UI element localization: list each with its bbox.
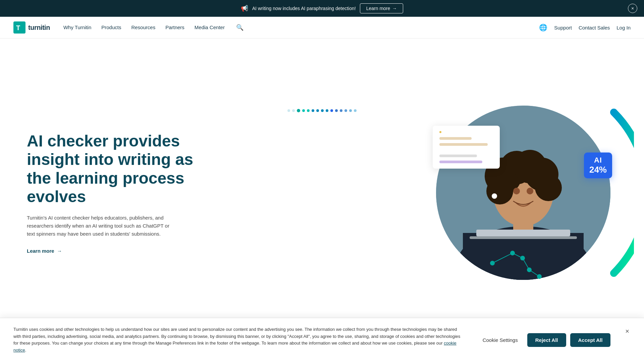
close-icon: × [625,327,629,335]
close-icon: × [631,6,634,11]
hero-title: AI checker provides insight into writing… [27,132,221,206]
nav-why-turnitin[interactable]: Why Turnitin [63,24,91,30]
nav-right: 🌐 Support Contact Sales Log In [539,23,631,32]
hero-learn-more-label: Learn more [27,248,54,254]
navbar: T turnitin Why Turnitin Products Resourc… [0,17,644,39]
banner-learn-more-button[interactable]: Learn more → [360,3,404,13]
hero-section: AI checker provides insight into writing… [0,39,644,347]
turnitin-logo-icon: T [13,21,25,34]
svg-line-26 [529,270,539,277]
arrow-right-icon: → [57,248,62,254]
hero-visual: AI 24% [258,39,644,347]
nav-media-center[interactable]: Media Center [195,24,225,30]
nav-support[interactable]: Support [554,25,572,31]
doc-line [439,143,488,146]
ai-badge-percent: 24% [589,165,607,175]
svg-line-25 [523,258,529,270]
accept-all-button[interactable]: Accept All [570,333,611,347]
search-icon: 🔍 [236,24,244,31]
logo-link[interactable]: T turnitin [13,21,50,34]
nav-products[interactable]: Products [101,24,121,30]
ai-badge-label: AI [589,156,607,165]
banner-text: AI writing now includes AI paraphrasing … [252,6,356,11]
banner-close-button[interactable]: × [628,4,637,13]
nav-contact-sales[interactable]: Contact Sales [579,25,610,31]
cookie-settings-button[interactable]: Cookie Settings [477,333,523,347]
cookie-actions: Cookie Settings Reject All Accept All [477,333,611,347]
nav-resources[interactable]: Resources [131,24,155,30]
nav-login[interactable]: Log In [616,25,631,31]
top-banner: 📢 AI writing now includes AI paraphrasin… [0,0,644,17]
nav-links: Why Turnitin Products Resources Partners… [63,22,539,33]
document-card [433,126,500,169]
svg-line-24 [513,253,523,258]
doc-line [439,155,477,157]
svg-line-23 [492,253,513,263]
hero-learn-more-link[interactable]: Learn more → [27,248,221,254]
doc-line-highlighted [439,161,482,163]
cookie-text: Turnitin uses cookies and other technolo… [13,326,464,347]
language-button[interactable]: 🌐 [539,23,547,32]
announcement-icon: 📢 [241,5,248,12]
banner-learn-more-label: Learn more [366,6,390,11]
cookie-main-text: Turnitin uses cookies and other technolo… [13,327,460,346]
hero-description: Turnitin's AI content checker helps educ… [27,214,171,238]
search-button[interactable]: 🔍 [235,22,245,33]
cookie-banner: Turnitin uses cookies and other technolo… [0,318,644,347]
globe-icon: 🌐 [539,24,547,31]
nav-partners[interactable]: Partners [165,24,184,30]
reject-all-button[interactable]: Reject All [527,333,566,347]
cookie-close-button[interactable]: × [624,326,631,337]
hero-content: AI checker provides insight into writing… [27,132,221,254]
arrow-right-icon: → [392,6,397,11]
network-diagram [486,240,553,280]
logo-text: turnitin [28,24,50,32]
doc-line [439,137,472,140]
ai-score-badge: AI 24% [584,153,612,178]
svg-text:T: T [16,24,20,32]
